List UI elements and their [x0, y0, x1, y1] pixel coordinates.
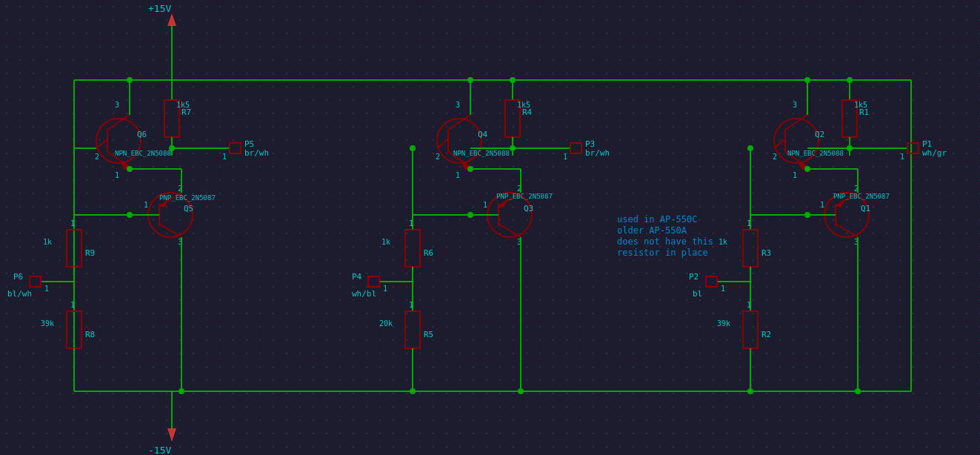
svg-point-128 — [855, 388, 861, 394]
p3-wire: br/wh — [585, 148, 610, 158]
q1-b-num: 1 — [820, 201, 824, 209]
r7-value: 1k5 — [176, 101, 190, 109]
q3-label: Q3 — [524, 204, 533, 213]
annotation-line2: older AP-550A — [617, 225, 687, 236]
q4-c-num: 3 — [456, 101, 460, 109]
svg-point-34 — [127, 166, 133, 172]
q4-e-num: 1 — [456, 171, 460, 179]
r3-pin: 1 — [747, 219, 751, 228]
r2-pin: 1 — [747, 301, 751, 309]
power-positive-label: +15V — [148, 3, 171, 14]
p6-pin: 1 — [44, 285, 49, 293]
r8-value: 39k — [41, 319, 54, 328]
p6-label: P6 — [13, 272, 23, 282]
p2-wire: bl — [693, 289, 702, 299]
q4-b-num: 2 — [436, 153, 440, 161]
r9-value: 1k — [43, 238, 52, 246]
r4-value: 1k5 — [517, 101, 530, 109]
p5-pin: 1 — [222, 153, 227, 161]
r2-value: 39k — [717, 319, 730, 328]
q4-type: NPN_EBC_2N5088 — [453, 150, 510, 157]
p4-label: P4 — [352, 272, 362, 282]
q6-type: NPN_EBC_2N5088 — [115, 150, 171, 157]
r2-label: R2 — [761, 330, 771, 339]
q2-label: Q2 — [815, 130, 824, 139]
q6-c-num: 3 — [115, 101, 119, 109]
svg-point-84 — [410, 388, 416, 394]
q2-c-num: 3 — [793, 101, 797, 109]
svg-point-120 — [747, 145, 753, 151]
annotation-line3: does not have this — [617, 236, 713, 247]
p4-pin: 1 — [383, 285, 387, 293]
q6-e-num: 1 — [115, 171, 119, 179]
annotation-line4: resistor in place — [617, 248, 708, 258]
q3-type: PNP_EBC_2N5087 — [496, 193, 553, 200]
annotation-line1: used in AP-550C — [617, 214, 697, 225]
power-negative-label: -15V — [148, 445, 171, 455]
p1-pin: 1 — [900, 153, 904, 161]
q6-label: Q6 — [137, 130, 147, 139]
q2-b-num: 2 — [773, 153, 777, 161]
svg-point-72 — [467, 166, 473, 172]
r5-pin: 1 — [409, 301, 413, 309]
r9-label: R9 — [85, 248, 95, 258]
p1-wire: wh/gr — [922, 148, 947, 158]
svg-point-80 — [410, 145, 416, 151]
p2-pin: 1 — [721, 285, 725, 293]
svg-point-19 — [127, 77, 133, 83]
svg-rect-2 — [0, 0, 980, 455]
svg-point-112 — [804, 166, 810, 172]
q3-b-num: 1 — [483, 201, 487, 209]
schematic-canvas: +15V -15V Q6 3 2 1 NPN_EBC_2N5088 — [0, 0, 980, 455]
q5-b-num: 1 — [144, 201, 148, 209]
r1-value: 1k5 — [854, 101, 867, 109]
r9-pin: 1 — [70, 219, 75, 228]
p6-wire: bl/wh — [7, 289, 32, 299]
svg-point-102 — [847, 145, 853, 151]
r6-value: 1k — [381, 238, 390, 246]
r8-pin: 1 — [70, 301, 75, 309]
r5-label: R5 — [424, 330, 433, 339]
svg-point-48 — [179, 388, 184, 394]
p3-pin: 1 — [563, 153, 567, 161]
svg-point-88 — [518, 388, 524, 394]
r6-pin: 1 — [409, 219, 413, 228]
q1-type: PNP_EBC_2N5087 — [833, 193, 890, 200]
r3-value: 1k — [719, 238, 727, 246]
p4-wire: wh/bl — [352, 289, 376, 299]
q6-b-num: 2 — [95, 153, 99, 161]
q5-label: Q5 — [184, 204, 193, 213]
q5-type: PNP_EBC_2N5087 — [159, 194, 216, 202]
r6-label: R6 — [424, 248, 433, 258]
q2-e-num: 1 — [793, 171, 797, 179]
q1-label: Q1 — [861, 204, 870, 213]
svg-point-24 — [169, 145, 175, 151]
r8-label: R8 — [85, 330, 95, 339]
p2-label: P2 — [689, 272, 699, 282]
svg-point-62 — [510, 145, 516, 151]
svg-point-124 — [747, 388, 753, 394]
r3-label: R3 — [761, 248, 771, 258]
q2-type: NPN_EBC_2N5088 — [787, 150, 844, 157]
p5-wire: br/wh — [244, 148, 269, 158]
r5-value: 20k — [379, 319, 393, 328]
q4-label: Q4 — [478, 130, 488, 139]
